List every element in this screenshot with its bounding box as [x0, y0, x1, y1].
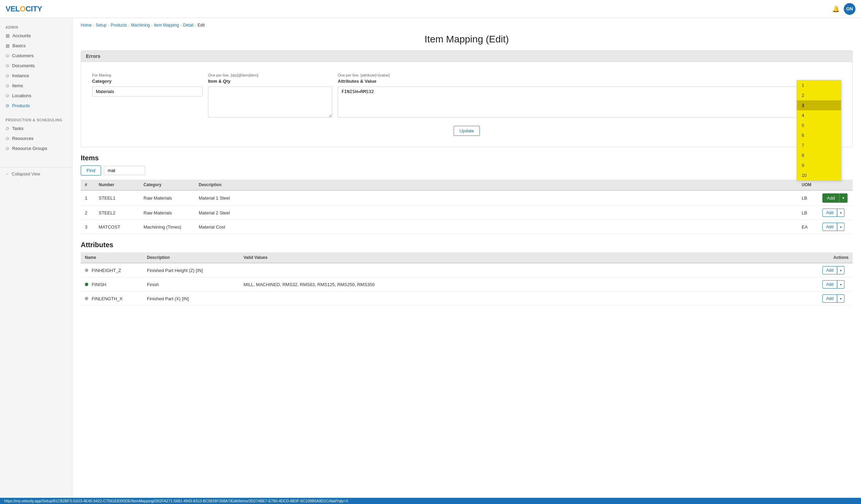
category-label-main: Category: [92, 79, 202, 84]
row3-actions: Add ▾: [818, 220, 853, 234]
find-button[interactable]: Find: [81, 165, 101, 175]
sep-1: ›: [93, 23, 95, 27]
dropdown-item-5[interactable]: 5: [797, 120, 841, 130]
attr1-add-button[interactable]: Add: [822, 266, 837, 274]
attr2-add-button[interactable]: Add: [822, 280, 837, 289]
col-header-desc: Description: [195, 180, 798, 190]
attributes-table: Name Description Valid Values Actions FI…: [81, 252, 853, 306]
sidebar-item-customers[interactable]: ⊙ Customers: [0, 51, 72, 61]
sidebar-item-resources[interactable]: ⊙ Resources: [0, 133, 72, 143]
row1-category: Raw Materials: [139, 190, 195, 206]
row2-add-arrow[interactable]: ▾: [837, 209, 844, 217]
page-title: Item Mapping (Edit): [72, 30, 861, 50]
dropdown-item-8[interactable]: 8: [797, 150, 841, 160]
sidebar-item-accounts-label: Accounts: [12, 33, 31, 38]
sidebar-item-products-label: Products: [12, 103, 30, 108]
sep-2: ›: [108, 23, 109, 27]
attr-value-textarea[interactable]: FINISH=RMS32: [338, 87, 841, 118]
circle-icon-8: ⊙: [6, 136, 9, 141]
attr3-add-arrow[interactable]: ▾: [837, 294, 844, 303]
logo[interactable]: VELOCITY: [6, 4, 42, 13]
attr3-add-button[interactable]: Add: [822, 294, 837, 303]
sidebar-item-resource-groups[interactable]: ⊙ Resource Groups: [0, 143, 72, 153]
status-bar: https://my.velocity.app/Setup/81CB2BF3-0…: [0, 498, 861, 504]
sidebar-item-tasks-label: Tasks: [12, 126, 23, 131]
col-attr-name: Name: [81, 252, 143, 263]
collapsed-view-button[interactable]: ← Collapsed View: [0, 167, 72, 181]
row2-category: Raw Materials: [139, 206, 195, 220]
dropdown-item-1[interactable]: 1: [797, 80, 841, 90]
sidebar-item-basics[interactable]: ▦ Basics: [0, 41, 72, 51]
item-qty-label-small: One per line. [qty]@item[item]: [208, 73, 332, 77]
sidebar-item-documents[interactable]: ⊙ Documents: [0, 61, 72, 71]
attr3-valid: [239, 292, 818, 306]
sep-3: ›: [128, 23, 130, 27]
row1-add-arrow[interactable]: ▾: [839, 193, 848, 203]
attr2-add-arrow[interactable]: ▾: [837, 280, 844, 289]
sidebar-item-locations[interactable]: ⊙ Locations: [0, 91, 72, 101]
avatar[interactable]: GN: [844, 3, 855, 15]
sep-4: ›: [151, 23, 152, 27]
dropdown-item-7[interactable]: 7: [797, 140, 841, 150]
dropdown-item-3[interactable]: 3: [797, 100, 841, 110]
row2-uom: LB: [798, 206, 818, 220]
breadcrumb-setup[interactable]: Setup: [96, 23, 107, 28]
sidebar: ADMIN ▦ Accounts ▦ Basics ⊙ Customers ⊙ …: [0, 18, 72, 504]
dropdown-item-6[interactable]: 6: [797, 130, 841, 140]
find-row: Find: [81, 165, 853, 175]
sidebar-item-resource-groups-label: Resource Groups: [12, 146, 47, 151]
find-input[interactable]: [104, 166, 145, 175]
table-row: 2 STEEL2 Raw Materials Material 2 Steel …: [81, 206, 853, 220]
row1-add-button[interactable]: Add: [822, 193, 839, 203]
attr1-valid: [239, 263, 818, 278]
breadcrumb-item-mapping[interactable]: Item Mapping: [154, 23, 179, 28]
col-attr-desc: Description: [143, 252, 239, 263]
circle-icon-9: ⊙: [6, 146, 9, 151]
sidebar-item-items[interactable]: ⊙ Items: [0, 81, 72, 91]
sidebar-item-instance-label: Instance: [12, 73, 29, 78]
breadcrumb-detail[interactable]: Detail: [183, 23, 194, 28]
breadcrumb: Home › Setup › Products › Machining › It…: [72, 18, 861, 30]
item-qty-textarea[interactable]: [208, 87, 332, 118]
dropdown-item-10[interactable]: 10: [797, 170, 841, 180]
notifications-icon[interactable]: 🔔: [832, 5, 840, 13]
sidebar-item-resources-label: Resources: [12, 136, 33, 141]
row1-uom: LB: [798, 190, 818, 206]
attr2-valid: MILL, MACHINED, RMS32, RMS63, RMS125, RM…: [239, 278, 818, 292]
breadcrumb-products[interactable]: Products: [111, 23, 127, 28]
dropdown-item-2[interactable]: 2: [797, 90, 841, 100]
errors-body: For filtering Category One per line. [qt…: [81, 62, 852, 147]
row3-add-button[interactable]: Add: [822, 223, 837, 231]
row3-category: Machiining (Times): [139, 220, 195, 234]
items-table-header: # Number Category Description UOM: [81, 180, 853, 190]
row2-num: 2: [81, 206, 95, 220]
sidebar-item-tasks[interactable]: ⊙ Tasks: [0, 123, 72, 133]
breadcrumb-machining[interactable]: Machining: [131, 23, 150, 28]
dropdown-item-9[interactable]: 9: [797, 160, 841, 170]
errors-header: Errors: [81, 51, 852, 62]
sidebar-item-products[interactable]: ⊙ Products: [0, 101, 72, 111]
update-button[interactable]: Update: [454, 126, 480, 136]
sidebar-item-instance[interactable]: ⊙ Instance: [0, 71, 72, 81]
row2-add-button[interactable]: Add: [822, 209, 837, 217]
row2-add-split: Add ▾: [822, 209, 849, 217]
sidebar-item-locations-label: Locations: [12, 93, 31, 98]
breadcrumb-home[interactable]: Home: [81, 23, 92, 28]
attr1-add-arrow[interactable]: ▾: [837, 266, 844, 274]
sidebar-item-items-label: Items: [12, 83, 23, 88]
attr2-actions: Add ▾: [818, 278, 853, 292]
attr2-status-dot: [85, 283, 88, 286]
row3-num: 3: [81, 220, 95, 234]
col-header-actions: [818, 180, 853, 190]
attr1-actions: Add ▾: [818, 263, 853, 278]
row3-add-arrow[interactable]: ▾: [837, 223, 844, 231]
circle-icon-3: ⊙: [6, 73, 9, 78]
row2-number: STEEL2: [95, 206, 139, 220]
sidebar-item-accounts[interactable]: ▦ Accounts: [0, 31, 72, 41]
items-section: Items Find # Number Category Description…: [81, 154, 853, 234]
dropdown-item-4[interactable]: 4: [797, 110, 841, 120]
col-header-num: #: [81, 180, 95, 190]
main-content: Home › Setup › Products › Machining › It…: [72, 18, 861, 504]
attributes-title: Attributes: [81, 241, 853, 249]
category-input[interactable]: [92, 87, 202, 97]
